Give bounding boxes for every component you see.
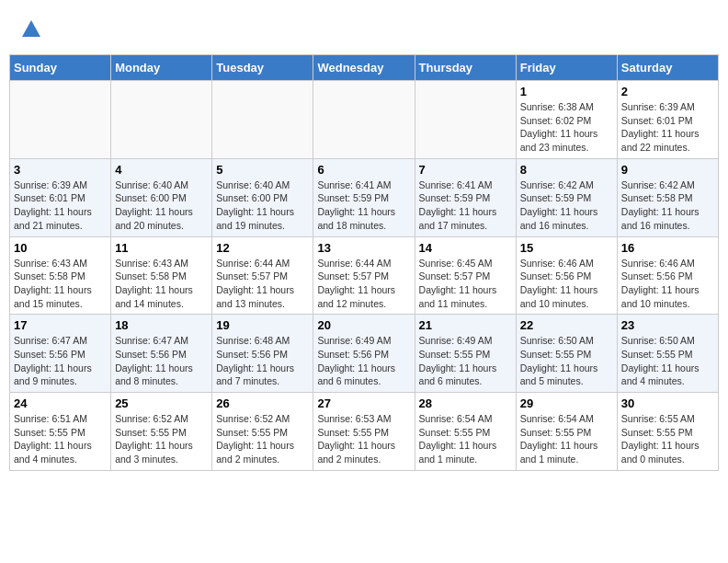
calendar-cell: 6Sunrise: 6:41 AM Sunset: 5:59 PM Daylig… — [313, 158, 415, 236]
day-info: Sunrise: 6:43 AM Sunset: 5:58 PM Dayligh… — [14, 257, 107, 311]
day-info: Sunrise: 6:45 AM Sunset: 5:57 PM Dayligh… — [419, 257, 512, 311]
calendar-week-row: 17Sunrise: 6:47 AM Sunset: 5:56 PM Dayli… — [10, 315, 719, 393]
day-number: 26 — [216, 396, 309, 410]
day-number: 12 — [216, 241, 309, 255]
page-header — [9, 9, 719, 50]
calendar-cell: 4Sunrise: 6:40 AM Sunset: 6:00 PM Daylig… — [111, 158, 212, 236]
day-number: 3 — [14, 163, 107, 177]
weekday-header: Sunday — [10, 55, 111, 81]
calendar-cell: 15Sunrise: 6:46 AM Sunset: 5:56 PM Dayli… — [516, 236, 617, 315]
day-info: Sunrise: 6:49 AM Sunset: 5:55 PM Dayligh… — [419, 334, 512, 388]
calendar-cell: 21Sunrise: 6:49 AM Sunset: 5:55 PM Dayli… — [415, 315, 516, 393]
weekday-header: Monday — [111, 55, 212, 81]
calendar-cell: 7Sunrise: 6:41 AM Sunset: 5:59 PM Daylig… — [415, 158, 516, 236]
day-info: Sunrise: 6:43 AM Sunset: 5:58 PM Dayligh… — [115, 257, 208, 311]
day-number: 8 — [520, 163, 613, 177]
calendar-cell: 22Sunrise: 6:50 AM Sunset: 5:55 PM Dayli… — [516, 315, 617, 393]
calendar-header-row: SundayMondayTuesdayWednesdayThursdayFrid… — [10, 55, 719, 81]
day-info: Sunrise: 6:39 AM Sunset: 6:01 PM Dayligh… — [14, 178, 107, 233]
day-number: 15 — [520, 241, 613, 255]
calendar-cell: 25Sunrise: 6:52 AM Sunset: 5:55 PM Dayli… — [111, 393, 212, 471]
day-info: Sunrise: 6:53 AM Sunset: 5:55 PM Dayligh… — [317, 412, 410, 466]
calendar-week-row: 24Sunrise: 6:51 AM Sunset: 5:55 PM Dayli… — [10, 393, 719, 471]
logo-text — [18, 18, 42, 45]
calendar-body: 1Sunrise: 6:38 AM Sunset: 6:02 PM Daylig… — [10, 81, 719, 471]
day-info: Sunrise: 6:39 AM Sunset: 6:01 PM Dayligh… — [621, 100, 714, 155]
day-info: Sunrise: 6:46 AM Sunset: 5:56 PM Dayligh… — [520, 257, 613, 311]
calendar-week-row: 10Sunrise: 6:43 AM Sunset: 5:58 PM Dayli… — [10, 236, 719, 315]
day-number: 14 — [419, 241, 512, 255]
calendar-cell — [111, 81, 212, 159]
logo — [18, 18, 42, 45]
day-info: Sunrise: 6:55 AM Sunset: 5:55 PM Dayligh… — [621, 412, 714, 466]
day-info: Sunrise: 6:52 AM Sunset: 5:55 PM Dayligh… — [216, 412, 309, 466]
day-info: Sunrise: 6:49 AM Sunset: 5:56 PM Dayligh… — [317, 334, 410, 388]
calendar-cell: 5Sunrise: 6:40 AM Sunset: 6:00 PM Daylig… — [212, 158, 313, 236]
day-number: 29 — [520, 396, 613, 410]
day-number: 7 — [419, 163, 512, 177]
day-number: 20 — [317, 318, 410, 332]
day-info: Sunrise: 6:46 AM Sunset: 5:56 PM Dayligh… — [621, 257, 714, 311]
day-info: Sunrise: 6:42 AM Sunset: 5:58 PM Dayligh… — [621, 178, 714, 233]
day-info: Sunrise: 6:44 AM Sunset: 5:57 PM Dayligh… — [317, 257, 410, 311]
weekday-header: Thursday — [415, 55, 516, 81]
calendar-cell: 27Sunrise: 6:53 AM Sunset: 5:55 PM Dayli… — [313, 393, 415, 471]
weekday-header: Wednesday — [313, 55, 415, 81]
day-number: 16 — [621, 241, 714, 255]
day-info: Sunrise: 6:40 AM Sunset: 6:00 PM Dayligh… — [216, 178, 309, 233]
day-number: 2 — [621, 85, 714, 98]
calendar-cell: 1Sunrise: 6:38 AM Sunset: 6:02 PM Daylig… — [516, 81, 617, 159]
calendar-cell: 23Sunrise: 6:50 AM Sunset: 5:55 PM Dayli… — [617, 315, 718, 393]
calendar-cell: 28Sunrise: 6:54 AM Sunset: 5:55 PM Dayli… — [415, 393, 516, 471]
calendar-cell: 3Sunrise: 6:39 AM Sunset: 6:01 PM Daylig… — [10, 158, 111, 236]
calendar-cell — [10, 81, 111, 159]
calendar-cell — [313, 81, 415, 159]
calendar-cell: 17Sunrise: 6:47 AM Sunset: 5:56 PM Dayli… — [10, 315, 111, 393]
day-number: 13 — [317, 241, 410, 255]
day-number: 22 — [520, 318, 613, 332]
day-info: Sunrise: 6:40 AM Sunset: 6:00 PM Dayligh… — [115, 178, 208, 233]
day-info: Sunrise: 6:41 AM Sunset: 5:59 PM Dayligh… — [317, 178, 410, 233]
day-number: 10 — [14, 241, 107, 255]
day-number: 23 — [621, 318, 714, 332]
calendar-week-row: 3Sunrise: 6:39 AM Sunset: 6:01 PM Daylig… — [10, 158, 719, 236]
day-number: 4 — [115, 163, 208, 177]
day-info: Sunrise: 6:48 AM Sunset: 5:56 PM Dayligh… — [216, 334, 309, 388]
calendar-cell: 30Sunrise: 6:55 AM Sunset: 5:55 PM Dayli… — [617, 393, 718, 471]
day-number: 21 — [419, 318, 512, 332]
day-info: Sunrise: 6:41 AM Sunset: 5:59 PM Dayligh… — [419, 178, 512, 233]
svg-marker-0 — [22, 20, 40, 37]
day-number: 25 — [115, 396, 208, 410]
calendar-cell: 20Sunrise: 6:49 AM Sunset: 5:56 PM Dayli… — [313, 315, 415, 393]
day-number: 30 — [621, 396, 714, 410]
day-info: Sunrise: 6:42 AM Sunset: 5:59 PM Dayligh… — [520, 178, 613, 233]
day-number: 27 — [317, 396, 410, 410]
calendar-cell: 16Sunrise: 6:46 AM Sunset: 5:56 PM Dayli… — [617, 236, 718, 315]
calendar-cell — [212, 81, 313, 159]
calendar-cell: 29Sunrise: 6:54 AM Sunset: 5:55 PM Dayli… — [516, 393, 617, 471]
day-info: Sunrise: 6:50 AM Sunset: 5:55 PM Dayligh… — [621, 334, 714, 388]
calendar-cell: 26Sunrise: 6:52 AM Sunset: 5:55 PM Dayli… — [212, 393, 313, 471]
calendar-cell: 14Sunrise: 6:45 AM Sunset: 5:57 PM Dayli… — [415, 236, 516, 315]
day-number: 11 — [115, 241, 208, 255]
calendar-cell: 24Sunrise: 6:51 AM Sunset: 5:55 PM Dayli… — [10, 393, 111, 471]
calendar-cell: 2Sunrise: 6:39 AM Sunset: 6:01 PM Daylig… — [617, 81, 718, 159]
calendar-week-row: 1Sunrise: 6:38 AM Sunset: 6:02 PM Daylig… — [10, 81, 719, 159]
calendar-cell: 8Sunrise: 6:42 AM Sunset: 5:59 PM Daylig… — [516, 158, 617, 236]
day-number: 28 — [419, 396, 512, 410]
day-info: Sunrise: 6:54 AM Sunset: 5:55 PM Dayligh… — [419, 412, 512, 466]
day-number: 19 — [216, 318, 309, 332]
day-number: 6 — [317, 163, 410, 177]
logo-icon — [20, 18, 42, 40]
calendar-cell: 19Sunrise: 6:48 AM Sunset: 5:56 PM Dayli… — [212, 315, 313, 393]
day-number: 5 — [216, 163, 309, 177]
day-info: Sunrise: 6:51 AM Sunset: 5:55 PM Dayligh… — [14, 412, 107, 466]
day-number: 1 — [520, 85, 613, 98]
calendar-cell: 13Sunrise: 6:44 AM Sunset: 5:57 PM Dayli… — [313, 236, 415, 315]
calendar-cell: 12Sunrise: 6:44 AM Sunset: 5:57 PM Dayli… — [212, 236, 313, 315]
day-number: 18 — [115, 318, 208, 332]
weekday-header: Friday — [516, 55, 617, 81]
day-number: 17 — [14, 318, 107, 332]
calendar-cell: 18Sunrise: 6:47 AM Sunset: 5:56 PM Dayli… — [111, 315, 212, 393]
day-info: Sunrise: 6:52 AM Sunset: 5:55 PM Dayligh… — [115, 412, 208, 466]
